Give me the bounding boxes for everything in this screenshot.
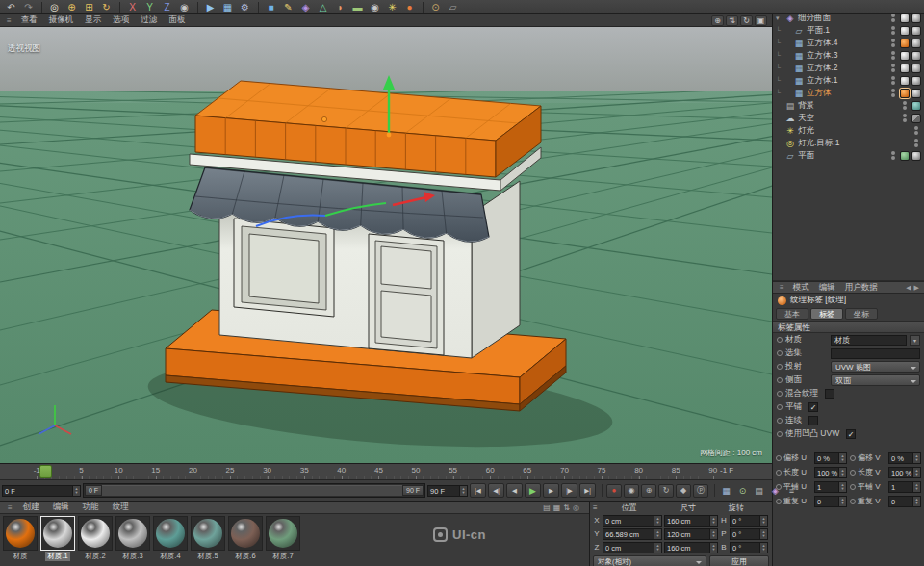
checkbox[interactable]: ✓ (846, 429, 856, 439)
spinner-arrows[interactable]: ▲▼ (838, 482, 846, 492)
viewport-3d[interactable]: ≡ 查看摄像机显示选项过滤面板 ⊕⇅↻▣ (0, 14, 772, 463)
object-label[interactable]: 背景 (798, 100, 814, 112)
phong-tag-icon[interactable] (911, 51, 921, 61)
render-visibility-dot[interactable] (891, 93, 895, 97)
x-axis-lock-icon[interactable]: X (124, 1, 141, 13)
spinner-arrows[interactable]: ▲▼ (654, 543, 661, 553)
uv-value-field[interactable]: 0 %▲▼ (888, 452, 921, 464)
size-field[interactable]: 160 cm▲▼ (664, 542, 718, 553)
visibility-dots[interactable] (891, 39, 895, 47)
spinner-down-icon[interactable]: ▼ (762, 521, 766, 525)
anim-dot-icon[interactable] (777, 431, 783, 437)
render-visibility-dot[interactable] (891, 43, 895, 47)
spinner-down-icon[interactable]: ▼ (915, 458, 919, 462)
spline-pen-icon[interactable]: ✎ (280, 1, 296, 13)
visibility-dots[interactable] (891, 13, 895, 22)
material-item[interactable]: 材质.6 (227, 516, 264, 561)
checkbox[interactable]: ✓ (808, 402, 818, 412)
editor-visibility-dot[interactable] (891, 64, 895, 67)
checkbox[interactable] (808, 416, 818, 425)
visibility-dots[interactable] (914, 139, 918, 147)
viewport-menu-cameras[interactable]: 摄像机 (43, 14, 80, 26)
anim-dot-icon[interactable] (777, 337, 783, 343)
orange-tag-icon[interactable] (900, 39, 910, 48)
object-label[interactable]: 灯光.目标.1 (798, 138, 839, 149)
play-button[interactable]: ▶ (525, 483, 541, 498)
sort-icon[interactable]: ⇅ (563, 503, 570, 512)
display-filter-icon[interactable]: ▤ (752, 484, 766, 497)
spinner-down-icon[interactable]: ▼ (656, 521, 660, 525)
apply-button[interactable]: 应用 (709, 555, 769, 566)
editor-visibility-dot[interactable] (914, 126, 918, 130)
material-item[interactable]: 材质.5 (190, 516, 226, 561)
object-label[interactable]: 立方体.4 (807, 38, 838, 49)
autokey-button[interactable]: ◉ (624, 484, 639, 498)
uv-value-field[interactable]: 100 %▲▼ (888, 467, 921, 478)
attribute-menu-icon[interactable]: ≡ (776, 283, 788, 292)
subdivision-surface-icon[interactable]: ◈ (297, 1, 314, 13)
anim-dot-icon[interactable] (850, 470, 856, 476)
silver-tag-icon[interactable] (900, 26, 910, 36)
tab-tag[interactable]: 标签 (810, 308, 843, 320)
coordinate-menu-icon[interactable]: ≡ (593, 503, 598, 512)
viewport-menu-display[interactable]: 显示 (79, 14, 107, 26)
visibility-dots[interactable] (891, 64, 895, 72)
object-row[interactable]: └▦立方体 (773, 87, 924, 99)
visibility-dots[interactable] (903, 114, 907, 122)
object-row[interactable]: └▦立方体.4 (773, 37, 924, 49)
position-field[interactable]: 66.589 cm▲▼ (603, 528, 662, 540)
render-visibility-dot[interactable] (891, 31, 895, 35)
zoom-view-icon[interactable]: ⇅ (726, 15, 738, 26)
rotate-tool-icon[interactable]: ↻ (98, 1, 115, 13)
object-row[interactable]: ☁天空 (773, 112, 924, 124)
object-row[interactable]: └▱平面.1 (773, 24, 924, 37)
rotation-field[interactable]: 0 °▲▼ (730, 515, 768, 527)
spinner-arrows[interactable]: ▲▼ (912, 453, 920, 463)
camera-icon[interactable]: ◉ (367, 1, 383, 13)
spinner-down-icon[interactable]: ▼ (712, 521, 716, 525)
expand-arrow-icon[interactable]: ▾ (776, 14, 784, 22)
anim-dot-icon[interactable] (777, 404, 783, 410)
uv-value-field[interactable]: 0 %▲▼ (814, 452, 847, 464)
phong-tag-icon[interactable] (911, 64, 921, 73)
anim-dot-icon[interactable] (850, 455, 856, 461)
anim-dot-icon[interactable] (776, 470, 782, 476)
phong-tag-icon[interactable] (911, 89, 921, 98)
spinner-down-icon[interactable]: ▼ (762, 548, 766, 552)
green-tag-icon[interactable] (900, 151, 910, 161)
record-rotation-button[interactable]: ↻ (658, 484, 674, 498)
object-label[interactable]: 立方体.2 (807, 63, 838, 74)
material-menu-item[interactable]: 功能 (76, 502, 106, 513)
range-bar[interactable] (102, 485, 402, 496)
keyframe-selection-icon[interactable]: ▦ (719, 484, 733, 497)
light-icon[interactable]: ✳ (384, 1, 400, 13)
spinner-down-icon[interactable]: ▼ (762, 534, 766, 538)
material-item[interactable]: 材质.4 (152, 516, 189, 561)
history-forward-icon[interactable]: ▶ (914, 284, 919, 292)
object-label[interactable]: 平面 (798, 150, 814, 162)
uv-value-field[interactable]: 0▲▼ (888, 496, 921, 507)
visibility-dots[interactable] (891, 26, 895, 35)
object-label[interactable]: 立方体.1 (807, 75, 838, 87)
spinner-down-icon[interactable]: ▼ (841, 487, 845, 491)
spinner-down-icon[interactable]: ▼ (712, 548, 716, 552)
rotation-field[interactable]: 0 °▲▼ (730, 542, 768, 553)
object-row[interactable]: └▦立方体.2 (773, 62, 924, 74)
coord-system-icon[interactable]: ◉ (176, 1, 192, 13)
visibility-dots[interactable] (891, 76, 895, 85)
object-label[interactable]: 立方体 (807, 88, 832, 99)
spinner-arrows[interactable]: ▲▼ (709, 516, 717, 526)
silver-tag-icon[interactable] (900, 76, 910, 86)
material-menu-item[interactable]: 纹理 (106, 502, 136, 513)
spinner-down-icon[interactable]: ▼ (841, 473, 845, 476)
spinner-arrows[interactable]: ▲▼ (838, 468, 846, 477)
material-menu-item[interactable]: 编辑 (46, 502, 76, 513)
spinner-arrows[interactable]: ▲▼ (912, 468, 920, 477)
object-row[interactable]: ▱平面 (773, 149, 924, 162)
spinner-down-icon[interactable]: ▼ (841, 458, 845, 462)
goto-end-button[interactable]: ▶| (579, 483, 596, 498)
visibility-dots[interactable] (891, 151, 895, 160)
material-item[interactable]: 材质.1 (39, 516, 76, 561)
object-row[interactable]: ▤背景 (773, 99, 924, 112)
record-point-level-button[interactable]: Ⓟ (693, 484, 708, 498)
